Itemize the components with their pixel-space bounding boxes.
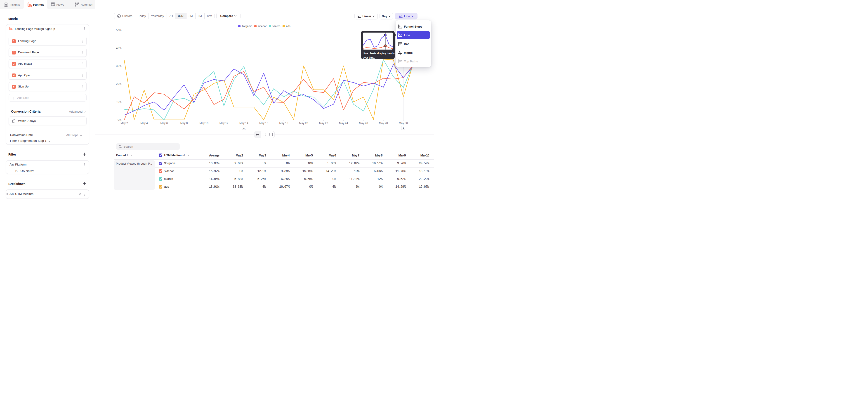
svg-text:50%: 50% (116, 29, 121, 32)
svg-text:May 16: May 16 (259, 122, 268, 125)
svg-text:40%: 40% (116, 46, 121, 50)
svg-text:10%: 10% (116, 100, 121, 103)
svg-text:May 30: May 30 (399, 122, 408, 125)
svg-text:May 28: May 28 (379, 122, 388, 125)
svg-text:May 10: May 10 (199, 122, 209, 125)
svg-text:May 24: May 24 (339, 122, 348, 125)
svg-text:May 12: May 12 (219, 122, 228, 125)
svg-text:0%: 0% (118, 118, 122, 121)
svg-text:May 22: May 22 (319, 122, 328, 125)
svg-text:May 26: May 26 (359, 122, 368, 125)
svg-text:May 4: May 4 (141, 122, 148, 125)
svg-text:May 20: May 20 (299, 122, 308, 125)
svg-text:May 6: May 6 (160, 122, 168, 125)
svg-text:30%: 30% (116, 64, 121, 68)
svg-text:May 18: May 18 (279, 122, 288, 125)
svg-text:May 8: May 8 (180, 122, 188, 125)
svg-text:May 2: May 2 (121, 122, 128, 125)
svg-text:20%: 20% (116, 82, 121, 86)
svg-text:May 14: May 14 (239, 122, 248, 125)
